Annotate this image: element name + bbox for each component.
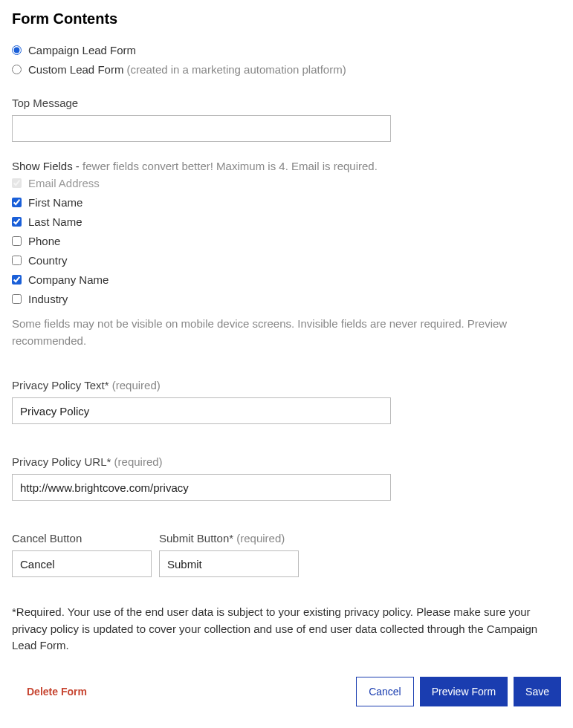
field-checkbox — [12, 178, 22, 188]
checkbox-row: Country — [12, 254, 561, 267]
field-checkbox-label: Company Name — [28, 273, 109, 286]
page-title: Form Contents — [12, 10, 561, 27]
field-checkbox-label: Industry — [28, 293, 68, 305]
field-checkbox[interactable] — [12, 294, 22, 304]
radio-campaign-lead-form[interactable] — [12, 45, 22, 55]
show-fields-help: Some fields may not be visible on mobile… — [12, 316, 561, 349]
privacy-url-field: Privacy Policy URL* (required) — [12, 455, 561, 501]
field-checkbox[interactable] — [12, 198, 22, 207]
required-disclaimer: *Required. Your use of the end user data… — [12, 604, 561, 654]
field-checkbox-label: Email Address — [28, 177, 100, 189]
top-message-label: Top Message — [12, 97, 561, 109]
privacy-text-field: Privacy Policy Text* (required) — [12, 379, 561, 424]
checkbox-row: Phone — [12, 235, 561, 247]
show-fields-list: Email AddressFirst NameLast NamePhoneCou… — [12, 177, 561, 305]
privacy-url-input[interactable] — [12, 474, 391, 501]
privacy-text-input[interactable] — [12, 397, 391, 424]
preview-form-button[interactable]: Preview Form — [420, 677, 508, 706]
field-checkbox-label: Country — [28, 254, 68, 267]
delete-form-button[interactable]: Delete Form — [12, 677, 99, 706]
field-checkbox[interactable] — [12, 256, 22, 265]
checkbox-row: Company Name — [12, 273, 561, 286]
checkbox-row: First Name — [12, 196, 561, 209]
field-checkbox-label: Last Name — [28, 215, 82, 228]
cancel-button-label: Cancel Button — [12, 532, 152, 545]
action-button-row: Delete Form Cancel Preview Form Save — [12, 677, 561, 706]
radio-custom-lead-form[interactable] — [12, 65, 22, 74]
checkbox-row: Industry — [12, 293, 561, 305]
show-fields-hint: fewer fields convert better! Maximum is … — [80, 160, 378, 172]
submit-button-input[interactable] — [159, 550, 299, 577]
field-checkbox-label: First Name — [28, 196, 82, 209]
top-message-field: Top Message — [12, 97, 561, 142]
button-labels-row: Cancel Button Submit Button* (required) — [12, 532, 561, 577]
privacy-text-label: Privacy Policy Text* (required) — [12, 379, 561, 391]
field-checkbox-label: Phone — [28, 235, 60, 247]
submit-button-label: Submit Button* (required) — [159, 532, 299, 545]
top-message-input[interactable] — [12, 115, 391, 142]
privacy-url-label: Privacy Policy URL* (required) — [12, 455, 561, 468]
show-fields-section: Show Fields - fewer fields convert bette… — [12, 160, 561, 349]
show-fields-label: Show Fields - — [12, 160, 80, 172]
cancel-button[interactable]: Cancel — [356, 677, 414, 706]
radio-campaign-label: Campaign Lead Form — [28, 44, 136, 56]
field-checkbox[interactable] — [12, 236, 22, 246]
field-checkbox[interactable] — [12, 275, 22, 285]
checkbox-row: Last Name — [12, 215, 561, 228]
field-checkbox[interactable] — [12, 217, 22, 227]
form-type-group: Campaign Lead Form Custom Lead Form (cre… — [12, 44, 561, 76]
cancel-button-input[interactable] — [12, 550, 152, 577]
save-button[interactable]: Save — [514, 677, 561, 706]
radio-custom-label: Custom Lead Form (created in a marketing… — [28, 63, 346, 76]
checkbox-row: Email Address — [12, 177, 561, 189]
